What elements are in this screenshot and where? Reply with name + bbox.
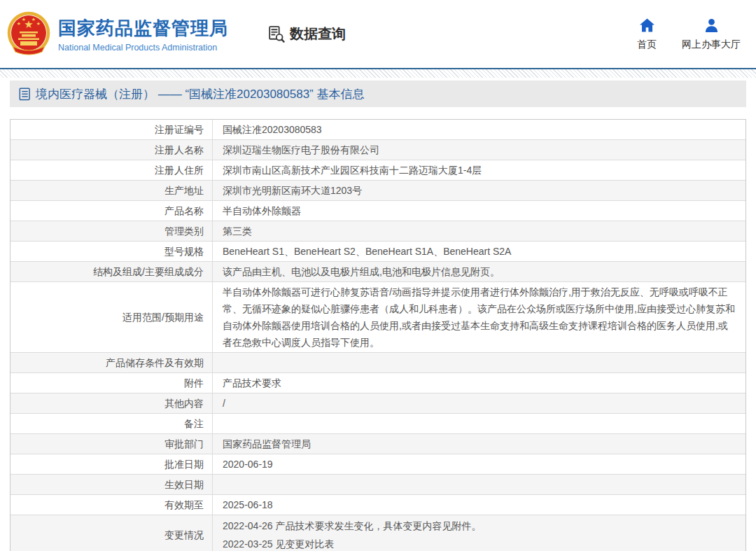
row-label: 管理类别: [10, 221, 213, 241]
row-label: 生产地址: [10, 181, 213, 200]
person-icon: [704, 18, 720, 33]
row-label: 审批部门: [10, 434, 213, 454]
svg-text:★: ★: [31, 17, 36, 22]
table-row: 产品名称半自动体外除颤器: [10, 201, 746, 221]
table-row: 产品储存条件及有效期: [10, 353, 746, 373]
svg-text:★: ★: [17, 21, 21, 26]
row-label: 批准日期: [10, 454, 213, 474]
row-value: [213, 414, 746, 433]
row-value-line: 2022-03-25 见变更对比表: [223, 535, 335, 551]
row-label: 有效期至: [10, 495, 213, 515]
nav-online-hall-label: 网上办事大厅: [682, 39, 741, 51]
row-value: /: [213, 393, 746, 413]
table-row: 审批部门国家药品监督管理局: [10, 434, 746, 454]
row-value: 2022-04-26 产品技术要求发生变化，具体变更内容见附件。2022-03-…: [213, 515, 746, 551]
table-row: 管理类别第三类: [10, 221, 746, 242]
row-label: 型号规格: [10, 242, 213, 261]
table-row: 有效期至2025-06-18: [10, 495, 746, 515]
data-query-label: 数据查询: [290, 25, 346, 43]
row-value: 半自动体外除颤器可进行心肺复苏语音/动画指导并提示使用者进行体外除颤治疗,用于救…: [213, 282, 746, 352]
row-label: 其他内容: [10, 393, 213, 413]
row-value: 深圳迈瑞生物医疗电子股份有限公司: [213, 140, 746, 160]
table-row: 型号规格BeneHeart S1、BeneHeart S2、BeneHeart …: [10, 242, 746, 262]
row-value: 半自动体外除颤器: [213, 201, 746, 221]
row-label: 备注: [10, 414, 213, 433]
table-row: 生效日期: [10, 475, 746, 495]
page-title-bar: 境内医疗器械（注册） —— “国械注准20203080583” 基本信息: [10, 81, 746, 107]
site-header: ★ ★ ★ ★ ★ 国家药品监督管理局 National Medical Pro…: [0, 0, 756, 68]
nav-online-hall[interactable]: 网上办事大厅: [682, 18, 741, 51]
table-row: 生产地址深圳市光明新区南环大道1203号: [10, 181, 746, 201]
row-value-line: 2022-04-26 产品技术要求发生变化，具体变更内容见附件。: [223, 517, 482, 535]
row-value: 深圳市南山区高新技术产业园区科技南十二路迈瑞大厦1-4层: [213, 160, 746, 180]
table-row: 适用范围/预期用途半自动体外除颤器可进行心肺复苏语音/动画指导并提示使用者进行体…: [10, 282, 746, 353]
row-value: [213, 353, 746, 372]
row-value: 2025-06-18: [213, 495, 746, 515]
row-label: 产品名称: [10, 201, 213, 221]
table-row: 结构及组成/主要组成成分该产品由主机、电池以及电极片组成,电池和电极片信息见附页…: [10, 262, 746, 282]
org-name-en: National Medical Products Administration: [58, 43, 228, 53]
home-icon: [639, 18, 655, 33]
data-query-link[interactable]: 数据查询: [267, 25, 346, 43]
document-icon: [19, 88, 31, 101]
nav-home[interactable]: 首页: [637, 18, 657, 51]
row-label: 注册人住所: [10, 160, 213, 180]
row-value: BeneHeart S1、BeneHeart S2、BeneHeart S1A、…: [213, 242, 746, 261]
national-emblem-icon: ★ ★ ★ ★ ★: [7, 11, 50, 57]
nav-home-label: 首页: [637, 39, 657, 51]
row-label: 注册证编号: [10, 120, 213, 139]
logo-area[interactable]: ★ ★ ★ ★ ★ 国家药品监督管理局 National Medical Pro…: [7, 11, 228, 57]
row-value: 深圳市光明新区南环大道1203号: [213, 181, 746, 200]
table-row: 备注: [10, 414, 746, 434]
org-name-zh: 国家药品监督管理局: [58, 16, 228, 41]
top-nav: 首页 网上办事大厅: [637, 18, 741, 51]
row-value: 该产品由主机、电池以及电极片组成,电池和电极片信息见附页。: [213, 262, 746, 281]
row-label: 产品储存条件及有效期: [10, 353, 213, 372]
row-value: 产品技术要求: [213, 373, 746, 393]
row-label: 变更情况: [10, 515, 213, 551]
table-row: 其他内容/: [10, 393, 746, 414]
table-row: 变更情况2022-04-26 产品技术要求发生变化，具体变更内容见附件。2022…: [10, 515, 746, 551]
table-row: 注册人住所深圳市南山区高新技术产业园区科技南十二路迈瑞大厦1-4层: [10, 160, 746, 181]
org-names: 国家药品监督管理局 National Medical Products Admi…: [58, 16, 228, 53]
row-label: 生效日期: [10, 475, 213, 494]
row-value: 国家药品监督管理局: [213, 434, 746, 454]
row-label: 注册人名称: [10, 140, 213, 160]
svg-text:★: ★: [22, 17, 26, 22]
hatch-pattern-band: [0, 69, 756, 78]
row-value: 第三类: [213, 221, 746, 241]
page-title: 境内医疗器械（注册） —— “国械注准20203080583” 基本信息: [36, 86, 365, 102]
row-label: 附件: [10, 373, 213, 393]
document-search-icon: [267, 25, 286, 43]
svg-text:★: ★: [36, 21, 41, 26]
row-value: 国械注准20203080583: [213, 120, 746, 139]
table-row: 注册证编号国械注准20203080583: [10, 120, 746, 140]
row-value: [213, 475, 746, 494]
row-value: 2020-06-19: [213, 454, 746, 474]
table-row: 附件产品技术要求: [10, 373, 746, 393]
table-row: 注册人名称深圳迈瑞生物医疗电子股份有限公司: [10, 140, 746, 160]
row-label: 结构及组成/主要组成成分: [10, 262, 213, 281]
page: ★ ★ ★ ★ ★ 国家药品监督管理局 National Medical Pro…: [0, 0, 756, 551]
table-row: 批准日期2020-06-19: [10, 454, 746, 475]
row-label: 适用范围/预期用途: [10, 282, 213, 352]
registration-info-table: 注册证编号国械注准20203080583注册人名称深圳迈瑞生物医疗电子股份有限公…: [10, 119, 746, 551]
